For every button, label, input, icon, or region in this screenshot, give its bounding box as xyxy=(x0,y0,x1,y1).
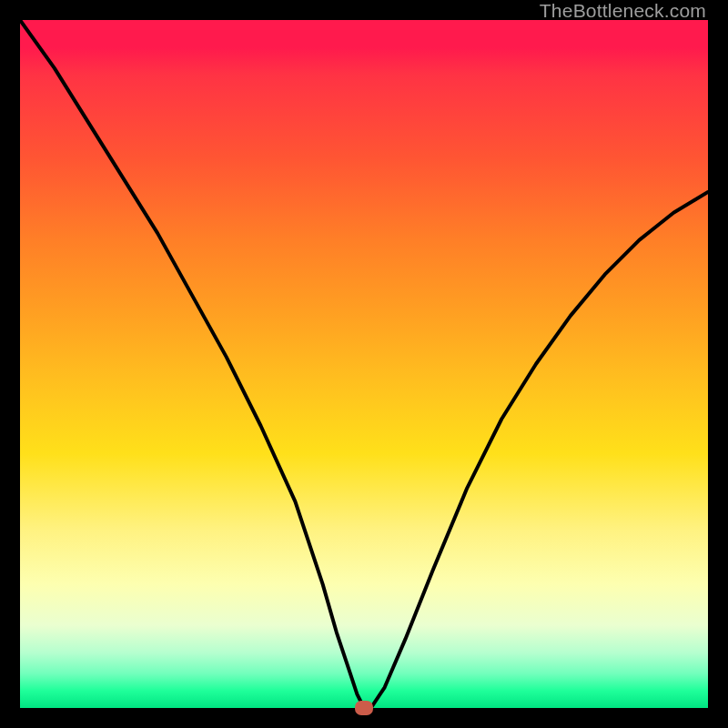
chart-frame: TheBottleneck.com xyxy=(0,0,728,728)
bottleneck-marker xyxy=(355,701,373,715)
watermark-label: TheBottleneck.com xyxy=(540,0,706,22)
plot-area xyxy=(20,20,708,708)
bottleneck-curve xyxy=(20,20,708,708)
